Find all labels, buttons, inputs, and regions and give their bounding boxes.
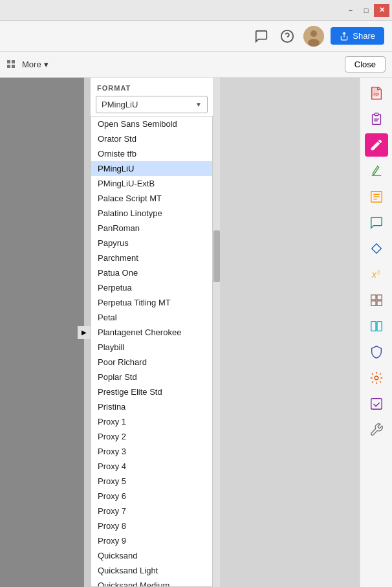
share-icon xyxy=(340,32,349,41)
font-list-item[interactable]: Parchment xyxy=(91,250,212,265)
font-list-item[interactable]: Prestige Elite Std xyxy=(91,384,212,399)
font-list-item[interactable]: Proxy 1 xyxy=(91,414,212,429)
pdf-icon[interactable]: PDF xyxy=(365,82,388,105)
left-panel: ▶ xyxy=(0,78,91,587)
font-list-item[interactable]: Playbill xyxy=(91,340,212,355)
font-list-item[interactable]: Petal xyxy=(91,310,212,325)
main-area: ▶ FORMAT PMingLiU ▼ Open Sans SemiboldOr… xyxy=(0,78,392,587)
expand-panel-arrow[interactable]: ▶ xyxy=(78,326,91,339)
svg-rect-23 xyxy=(376,295,381,300)
avatar[interactable] xyxy=(303,26,324,47)
font-list-item[interactable]: Orator Std xyxy=(91,131,212,146)
svg-rect-7 xyxy=(7,65,10,68)
grid-small-icon xyxy=(6,60,17,70)
font-list-item[interactable]: Poplar Std xyxy=(91,370,212,384)
font-list-item[interactable]: Proxy 5 xyxy=(91,474,212,489)
font-list-item[interactable]: Perpetua xyxy=(91,280,212,295)
font-list-item[interactable]: Proxy 4 xyxy=(91,459,212,474)
svg-rect-29 xyxy=(371,399,382,410)
font-list-item[interactable]: Proxy 6 xyxy=(91,489,212,504)
measure-icon[interactable] xyxy=(365,237,388,260)
font-list-item[interactable]: Plantagenet Cherokee xyxy=(91,325,212,340)
svg-rect-25 xyxy=(376,301,381,305)
font-list-item[interactable]: PanRoman xyxy=(91,221,212,236)
help-icon[interactable] xyxy=(278,27,297,46)
shield-icon[interactable] xyxy=(365,340,388,364)
font-list-item[interactable]: Proxy 3 xyxy=(91,444,212,459)
font-list-item[interactable]: Poor Richard xyxy=(91,355,212,370)
font-list-item[interactable]: Proxy 7 xyxy=(91,504,212,518)
svg-text:PDF: PDF xyxy=(373,93,379,96)
sign-icon[interactable] xyxy=(365,159,388,183)
font-list-item[interactable]: Orniste tfb xyxy=(91,146,212,161)
svg-text:x: x xyxy=(371,269,376,280)
more-label: More xyxy=(22,60,41,69)
share-button[interactable]: Share xyxy=(331,27,384,45)
svg-rect-12 xyxy=(375,113,378,116)
settings-icon[interactable] xyxy=(365,366,388,390)
share-label: Share xyxy=(353,31,375,41)
more-button[interactable]: More ▾ xyxy=(22,60,49,69)
font-list-item[interactable]: PMingLiU-ExtB xyxy=(91,176,212,191)
svg-rect-8 xyxy=(12,65,15,68)
center-scrollbar[interactable] xyxy=(213,78,220,587)
grid-icon[interactable] xyxy=(365,289,388,312)
svg-text:2: 2 xyxy=(376,270,380,276)
font-list-item[interactable]: Open Sans Semibold xyxy=(91,116,212,131)
font-list-item[interactable]: Proxy 8 xyxy=(91,518,212,533)
form-icon[interactable] xyxy=(365,185,388,208)
center-scrollbar-thumb xyxy=(213,230,220,282)
right-toolbar: PDFx2 xyxy=(360,78,392,587)
export-icon[interactable] xyxy=(365,107,388,131)
svg-rect-5 xyxy=(7,60,10,63)
font-list-item[interactable]: Patua One xyxy=(91,265,212,280)
close-button[interactable]: ✕ xyxy=(374,4,389,17)
svg-rect-27 xyxy=(376,322,381,331)
font-list-item[interactable]: Proxy 9 xyxy=(91,533,212,548)
svg-point-4 xyxy=(308,39,320,47)
font-list-item[interactable]: Papyrus xyxy=(91,236,212,250)
svg-rect-22 xyxy=(371,295,375,300)
maximize-button[interactable]: □ xyxy=(358,4,374,17)
font-list-item[interactable]: Pristina xyxy=(91,399,212,414)
format-panel: FORMAT PMingLiU ▼ Open Sans SemiboldOrat… xyxy=(91,78,213,587)
svg-rect-6 xyxy=(12,60,15,63)
font-list-item[interactable]: Quicksand xyxy=(91,548,212,563)
chat-icon[interactable] xyxy=(252,27,271,46)
format-label: FORMAT xyxy=(91,78,213,96)
svg-point-3 xyxy=(310,30,317,37)
minimize-button[interactable]: − xyxy=(343,4,358,17)
stamp-icon[interactable] xyxy=(365,392,388,415)
font-list-item[interactable]: Palace Script MT xyxy=(91,191,212,206)
font-list-item[interactable]: Quicksand Light xyxy=(91,563,212,578)
comment-icon[interactable] xyxy=(365,211,388,234)
secondary-toolbar: More ▾ Close xyxy=(0,52,392,78)
more-chevron-icon: ▾ xyxy=(44,60,49,69)
title-bar: − □ ✕ xyxy=(0,0,392,21)
font-list-item[interactable]: Quicksand Medium xyxy=(91,578,212,587)
dropdown-arrow-icon: ▼ xyxy=(195,101,202,108)
font-list[interactable]: Open Sans SemiboldOrator StdOrniste tfbP… xyxy=(91,116,213,587)
selected-font-text: PMingLiU xyxy=(102,100,138,109)
top-toolbar: Share xyxy=(0,21,392,52)
tools-icon[interactable] xyxy=(365,418,388,441)
close-panel-button[interactable]: Close xyxy=(345,56,386,72)
font-list-item[interactable]: Proxy 2 xyxy=(91,429,212,444)
svg-point-28 xyxy=(375,376,378,380)
font-list-item[interactable]: PMingLiU xyxy=(91,161,212,176)
svg-rect-24 xyxy=(371,301,375,305)
font-selector-dropdown[interactable]: PMingLiU ▼ xyxy=(96,96,208,113)
svg-rect-26 xyxy=(371,322,375,331)
font-list-item[interactable]: Palatino Linotype xyxy=(91,206,212,221)
edit-icon[interactable] xyxy=(365,133,388,157)
font-list-item[interactable]: Perpetua Titling MT xyxy=(91,295,212,310)
compare-icon[interactable] xyxy=(365,315,388,338)
formula-icon[interactable]: x2 xyxy=(365,263,388,286)
